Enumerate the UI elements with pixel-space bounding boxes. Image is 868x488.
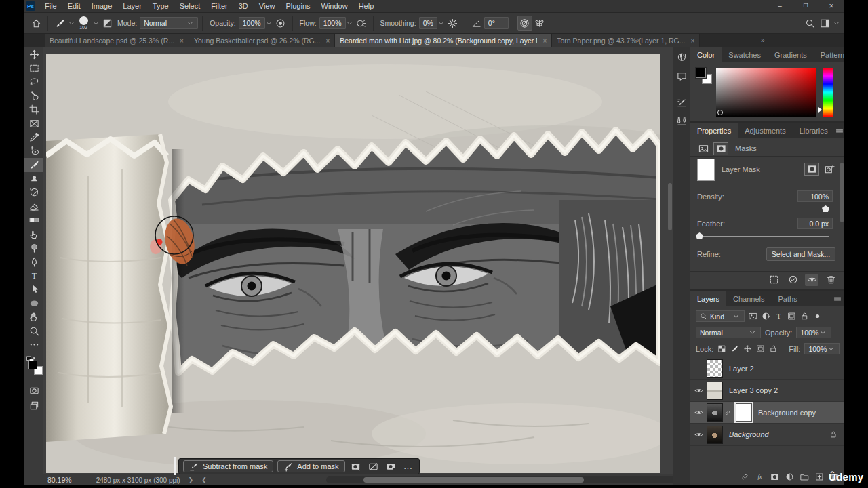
restore-button[interactable]: ❐ [793,0,818,12]
chevron-down-icon[interactable] [346,17,354,29]
color-field[interactable] [716,68,816,117]
toggle-brush-panel-icon[interactable] [100,16,115,30]
gradient-tool[interactable] [24,214,43,227]
chevron-down-icon[interactable] [67,17,75,29]
clone-stamp-tool[interactable] [24,172,43,186]
layers-tab-layers[interactable]: Layers [690,291,726,306]
lock-position-icon[interactable] [744,345,751,352]
load-selection-icon[interactable] [767,274,781,286]
hue-slider[interactable] [823,68,833,117]
layer-thumbnail[interactable] [707,382,723,400]
screen-mode-button[interactable] [27,399,41,411]
density-slider-thumb[interactable] [822,205,829,212]
hue-slider-marker[interactable] [818,107,822,113]
lock-all-icon[interactable] [769,344,778,353]
eraser-tool[interactable] [24,199,43,213]
document-tab-2[interactable]: Young Basketballer.psd @ 26.2% (RG...× [189,34,335,47]
chevron-down-icon[interactable] [832,17,840,29]
mask-properties-icon[interactable] [349,460,363,472]
color-tab-gradients[interactable]: Gradients [768,47,814,62]
smoothing-gear-icon[interactable] [446,16,460,30]
path-selection-tool[interactable] [24,283,43,296]
document-tab-4[interactable]: Torn Paper.png @ 43.7% (Layer 1, RG...× [552,34,700,47]
blend-mode-select[interactable]: Normal [140,17,198,29]
workspace-switcher-icon[interactable] [817,16,832,30]
layer-thumbnail[interactable] [707,426,723,444]
zoom-level[interactable]: 80.19% [47,476,72,484]
layer-style-icon[interactable]: fx [755,472,764,481]
mask-settings-icon[interactable] [384,460,398,472]
pen-tool[interactable] [24,255,43,268]
new-layer-icon[interactable] [815,472,824,481]
layer-mask-thumbnail[interactable] [697,159,715,181]
add-mask-icon[interactable] [822,163,837,176]
canvas-vertical-scrollbar[interactable] [668,183,672,230]
color-tab-swatches[interactable]: Swatches [722,47,768,62]
menu-type[interactable]: Type [147,0,174,12]
tool-preset-brush-icon[interactable] [52,16,67,30]
lock-pixels-icon[interactable] [731,345,738,352]
comments-panel-icon[interactable] [675,68,690,83]
add-to-mask-button[interactable]: Add to mask [277,460,344,472]
lock-artboard-icon[interactable] [756,344,765,353]
chevron-down-icon[interactable] [265,17,273,29]
airbrush-pressure-toggle[interactable] [517,16,532,30]
document-tab-1[interactable]: Beautiful Landscape.psd @ 25.3% (R...× [45,34,189,47]
filter-smart-objects-icon[interactable] [800,312,809,321]
menu-image[interactable]: Image [86,0,118,12]
layer-visibility-eye-icon[interactable] [690,386,707,395]
brushes-panel-icon[interactable] [675,113,690,128]
layer-thumbnail[interactable] [707,359,723,378]
menu-file[interactable]: File [39,0,62,12]
airbrush-icon[interactable] [354,16,369,30]
properties-panel-menu-icon[interactable] [835,123,844,138]
menu-filter[interactable]: Filter [205,0,233,12]
menu-3d[interactable]: 3D [233,0,254,12]
menu-edit[interactable]: Edit [62,0,86,12]
foreground-color-swatch[interactable] [696,68,706,78]
filter-shape-layers-icon[interactable] [787,312,796,321]
menu-window[interactable]: Window [316,0,353,12]
history-brush-tool[interactable] [24,186,43,199]
hand-tool[interactable] [24,310,43,323]
layers-tab-channels[interactable]: Channels [726,291,771,306]
quick-mask-button[interactable] [27,384,41,396]
chevron-down-icon[interactable] [437,17,446,29]
filter-kind-select[interactable]: Kind [696,310,745,322]
mask-badge-icon[interactable] [804,163,819,176]
layers-panel-menu-icon[interactable] [831,291,844,306]
properties-tab-properties[interactable]: Properties [690,123,738,138]
color-tab-color[interactable]: Color [690,47,722,62]
density-slider[interactable] [698,209,829,209]
scrollbar-thumb[interactable] [363,477,584,483]
flow-input[interactable]: 100% [319,17,346,29]
subtract-from-mask-button[interactable]: Subtract from mask [183,460,273,472]
new-adjustment-layer-icon[interactable] [785,472,794,481]
smoothing-input[interactable]: 0% [419,17,437,29]
layer-blend-mode-select[interactable]: Normal [696,327,761,338]
filter-toggle-icon[interactable] [813,312,822,321]
delete-mask-icon[interactable] [824,274,837,286]
filter-type-layers-icon[interactable]: T [774,312,783,321]
mask-properties-icon[interactable] [713,142,728,155]
zoom-tool[interactable] [24,324,43,338]
new-group-icon[interactable] [800,472,809,481]
crop-tool[interactable] [24,103,43,117]
symmetry-butterfly-icon[interactable] [532,16,547,30]
canvas-horizontal-scrollbar[interactable] [326,476,692,483]
opacity-input[interactable]: 100% [239,17,265,29]
tab-close-icon[interactable]: × [542,37,547,45]
document-canvas[interactable] [46,54,660,473]
layers-opacity-input[interactable]: 100% [796,327,831,338]
menu-layer[interactable]: Layer [117,0,147,12]
menu-help[interactable]: Help [353,0,380,12]
brush-tool[interactable] [24,158,43,171]
density-input[interactable]: 100% [797,190,833,202]
object-selection-tool[interactable] [24,89,43,102]
layer-row-background[interactable]: Background [690,424,844,446]
tab-close-icon[interactable]: × [180,37,184,45]
feather-input[interactable]: 0.0 px [797,218,833,229]
menu-select[interactable]: Select [174,0,206,12]
layer-row-background-copy[interactable]: Background copy [690,402,844,424]
brush-angle-input[interactable]: 0° [484,17,509,29]
